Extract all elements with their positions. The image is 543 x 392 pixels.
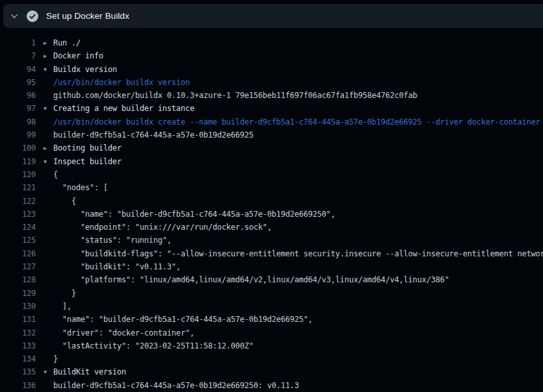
line-number[interactable]: 96 (0, 89, 36, 102)
line-number[interactable]: 136 (0, 379, 36, 392)
line-text: "endpoint": "unix:///var/run/docker.sock… (53, 221, 272, 234)
line-number[interactable]: 121 (0, 181, 36, 194)
line-text: builder-d9cfb5a1-c764-445a-a57e-0b19d2e6… (53, 379, 299, 392)
arrow-spacer (36, 195, 53, 208)
line-number[interactable]: 132 (0, 326, 36, 339)
line-text: Docker info (53, 49, 103, 62)
line-text: { (53, 168, 58, 181)
step-header[interactable]: Set up Docker Buildx (3, 4, 543, 28)
log-line: 129 } (0, 287, 543, 300)
log-line: 130 ], (0, 300, 543, 313)
line-number[interactable]: 95 (0, 76, 36, 89)
line-text: "lastActivity": "2023-02-25T11:58:12.000… (53, 339, 253, 352)
group-expanded-icon[interactable]: ▼ (36, 365, 53, 378)
log-line: 99builder-d9cfb5a1-c764-445a-a57e-0b19d2… (0, 129, 543, 141)
log-group-line[interactable]: 1▶Run ./ (0, 36, 543, 49)
log-line: 128 "platforms": "linux/amd64,linux/amd6… (0, 273, 543, 286)
line-text: "driver": "docker-container", (53, 326, 194, 339)
line-number[interactable]: 127 (0, 260, 36, 273)
line-number[interactable]: 98 (0, 116, 36, 129)
line-text: "nodes": [ (53, 181, 108, 194)
arrow-spacer (36, 352, 53, 365)
chevron-down-icon[interactable] (10, 12, 27, 21)
arrow-spacer (36, 234, 53, 247)
group-expanded-icon[interactable]: ▼ (36, 155, 53, 168)
arrow-spacer (36, 273, 53, 286)
arrow-spacer (36, 379, 53, 392)
line-number[interactable]: 100 (0, 141, 36, 154)
arrow-spacer (36, 168, 53, 181)
line-number[interactable]: 126 (0, 247, 36, 260)
arrow-spacer (36, 313, 53, 326)
log-line: 134} (0, 352, 543, 365)
arrow-spacer (36, 260, 53, 273)
line-text: Buildx version (53, 63, 117, 76)
log-line: 98/usr/bin/docker buildx create --name b… (0, 116, 543, 129)
group-collapsed-icon[interactable]: ▶ (36, 49, 53, 62)
line-number[interactable]: 133 (0, 339, 36, 352)
line-number[interactable]: 125 (0, 234, 36, 247)
line-number[interactable]: 7 (0, 49, 36, 62)
line-text: "name": "builder-d9cfb5a1-c764-445a-a57e… (53, 313, 312, 326)
group-collapsed-icon[interactable]: ▶ (36, 141, 53, 154)
line-text: BuildKit version (53, 365, 126, 378)
arrow-spacer (36, 287, 53, 300)
line-text: "status": "running", (53, 234, 171, 247)
line-number[interactable]: 97 (0, 102, 36, 115)
line-number[interactable]: 134 (0, 352, 36, 365)
line-number[interactable]: 119 (0, 155, 36, 168)
line-text: Run ./ (53, 36, 81, 49)
line-number[interactable]: 120 (0, 168, 36, 181)
log-group-line[interactable]: 97▼Creating a new builder instance (0, 102, 543, 115)
line-text: "buildkit": "v0.11.3", (53, 260, 181, 273)
arrow-spacer (36, 208, 53, 221)
line-number[interactable]: 122 (0, 195, 36, 208)
line-text: /usr/bin/docker buildx version (53, 76, 190, 89)
line-text: builder-d9cfb5a1-c764-445a-a57e-0b19d2e6… (53, 129, 253, 141)
line-number[interactable]: 99 (0, 129, 36, 141)
line-text: Inspect builder (53, 155, 121, 168)
log-group-line[interactable]: 119▼Inspect builder (0, 155, 543, 168)
line-text: "name": "builder-d9cfb5a1-c764-445a-a57e… (53, 208, 335, 221)
log-group-line[interactable]: 100▶Booting builder (0, 141, 543, 154)
arrow-spacer (36, 116, 53, 129)
log-line: 96github.com/docker/buildx 0.10.3+azure-… (0, 89, 543, 102)
step-title: Set up Docker Buildx (45, 11, 129, 21)
group-collapsed-icon[interactable]: ▶ (36, 36, 53, 49)
line-number[interactable]: 123 (0, 208, 36, 221)
actions-log-viewer: Set up Docker Buildx 1▶Run ./7▶Docker in… (0, 0, 543, 392)
log-line: 126 "buildkitd-flags": "--allow-insecure… (0, 247, 543, 260)
line-number[interactable]: 124 (0, 221, 36, 234)
line-text: ], (53, 300, 71, 313)
log-body: 1▶Run ./7▶Docker info94▼Buildx version95… (0, 28, 543, 392)
arrow-spacer (36, 247, 53, 260)
group-expanded-icon[interactable]: ▼ (36, 102, 53, 115)
line-text: } (53, 352, 58, 365)
check-circle-icon (27, 10, 45, 22)
arrow-spacer (36, 129, 53, 141)
line-text: "platforms": "linux/amd64,linux/amd64/v2… (53, 273, 449, 286)
log-line: 95/usr/bin/docker buildx version (0, 76, 543, 89)
line-number[interactable]: 135 (0, 365, 36, 378)
line-number[interactable]: 130 (0, 300, 36, 313)
line-number[interactable]: 128 (0, 273, 36, 286)
log-line: 132 "driver": "docker-container", (0, 326, 543, 339)
log-line: 123 "name": "builder-d9cfb5a1-c764-445a-… (0, 208, 543, 221)
log-line: 127 "buildkit": "v0.11.3", (0, 260, 543, 273)
line-number[interactable]: 1 (0, 36, 36, 49)
group-expanded-icon[interactable]: ▼ (36, 63, 53, 76)
arrow-spacer (36, 221, 53, 234)
log-group-line[interactable]: 135▼BuildKit version (0, 365, 543, 378)
log-line: 120{ (0, 168, 543, 181)
line-number[interactable]: 94 (0, 63, 36, 76)
line-text: "buildkitd-flags": "--allow-insecure-ent… (53, 247, 543, 260)
line-number[interactable]: 131 (0, 313, 36, 326)
log-group-line[interactable]: 94▼Buildx version (0, 63, 543, 76)
log-group-line[interactable]: 7▶Docker info (0, 49, 543, 62)
line-number[interactable]: 129 (0, 287, 36, 300)
log-line: 133 "lastActivity": "2023-02-25T11:58:12… (0, 339, 543, 352)
line-text: github.com/docker/buildx 0.10.3+azure-1 … (53, 89, 417, 102)
line-text: Booting builder (53, 141, 121, 154)
log-line: 124 "endpoint": "unix:///var/run/docker.… (0, 221, 543, 234)
log-line: 125 "status": "running", (0, 234, 543, 247)
